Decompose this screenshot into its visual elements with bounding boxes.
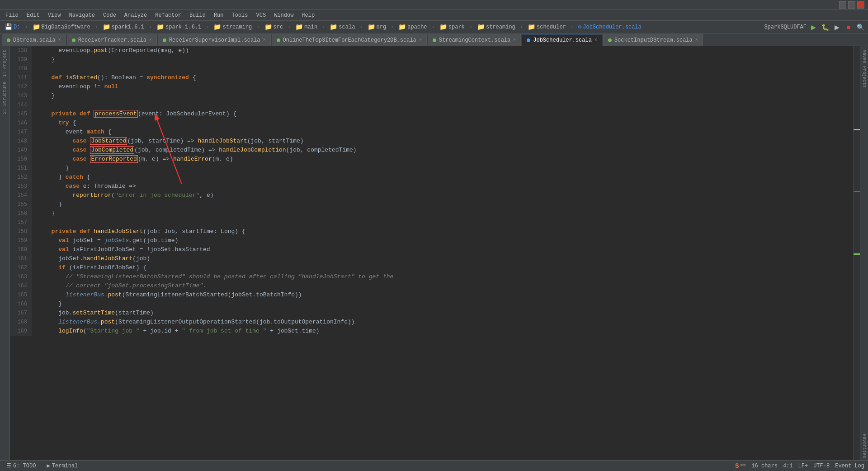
menu-item-help[interactable]: Help bbox=[298, 11, 318, 19]
todo-tab[interactable]: ☰ 6: TODO bbox=[4, 461, 38, 470]
menu-item-window[interactable]: Window bbox=[270, 11, 297, 19]
toolbar-file[interactable]: ⚙ JobScheduler.scala bbox=[576, 23, 643, 31]
line-content[interactable]: reportError("Error in job scheduler", e) bbox=[41, 191, 854, 200]
line-content[interactable]: eventLoop != null bbox=[41, 82, 854, 91]
line-content[interactable]: // "StreamingListenerBatchStarted" shoul… bbox=[41, 272, 854, 281]
toolbar-streaming2[interactable]: 📁 streaming bbox=[475, 22, 517, 32]
toolbar-spark[interactable]: 📁 spark bbox=[438, 22, 467, 32]
line-separator[interactable]: LF+ bbox=[798, 463, 808, 469]
line-content[interactable]: eventLoop.post(ErrorReported(msg, e)) bbox=[41, 46, 854, 55]
menu-item-refactor[interactable]: Refactor bbox=[151, 11, 185, 19]
line-content[interactable]: } catch { bbox=[41, 173, 854, 182]
line-content[interactable]: val jobSet = jobSets.get(job.time) bbox=[41, 236, 854, 245]
line-content[interactable]: private def handleJobStart(job: Job, sta… bbox=[41, 227, 854, 236]
line-content[interactable]: } bbox=[41, 209, 854, 218]
favorites-toggle[interactable]: Favorites bbox=[861, 432, 868, 460]
tab-close-button[interactable]: × bbox=[149, 38, 152, 43]
line-content[interactable]: listenerBus.post(StreamingListenerBatchS… bbox=[41, 290, 854, 300]
line-content[interactable]: } bbox=[41, 300, 854, 309]
line-content[interactable]: } bbox=[41, 164, 854, 173]
menu-item-build[interactable]: Build bbox=[186, 11, 209, 19]
table-row: 162 if (isFirstJobOfJobSet) { bbox=[10, 263, 854, 272]
code-token: jobSet. bbox=[44, 255, 83, 262]
menu-item-file[interactable]: File bbox=[2, 11, 22, 19]
line-content[interactable]: case e: Throwable => bbox=[41, 182, 854, 191]
terminal-tab[interactable]: ▶ Terminal bbox=[44, 461, 80, 470]
line-content[interactable]: event match { bbox=[41, 128, 854, 137]
maven-projects-toggle[interactable]: Maven Projects bbox=[861, 48, 868, 90]
line-content[interactable]: } bbox=[41, 200, 854, 209]
debug-button[interactable]: 🐛 bbox=[820, 22, 830, 32]
line-content[interactable]: case ErrorReported(m, e) => handleError(… bbox=[41, 155, 854, 164]
tab-close-button[interactable]: × bbox=[263, 38, 266, 43]
table-row: 159 val jobSet = jobSets.get(job.time) bbox=[10, 236, 854, 245]
file-tab-ReceiverTracker-scala[interactable]: ReceiverTracker.scala× bbox=[67, 34, 157, 46]
line-content[interactable]: // correct "jobSet.processingStartTime". bbox=[41, 281, 854, 290]
toolbar-spark-dash[interactable]: 📁 spark-1.6.1 bbox=[155, 22, 203, 32]
tab-close-button[interactable]: × bbox=[419, 38, 422, 43]
line-content[interactable]: job.setStartTime(startTime) bbox=[41, 309, 854, 318]
coverage-button[interactable]: ▶ bbox=[832, 22, 842, 32]
line-content[interactable]: case JobStarted(job, startTime) => handl… bbox=[41, 137, 854, 146]
toolbar-spark161[interactable]: 📁 spark1.6.1 bbox=[101, 22, 146, 32]
toolbar-apache[interactable]: 📁 apache bbox=[396, 22, 429, 32]
line-content[interactable]: case JobCompleted(job, completedTime) =>… bbox=[41, 146, 854, 155]
close-button[interactable] bbox=[857, 1, 864, 9]
line-number: 159 bbox=[10, 236, 32, 245]
tab-close-button[interactable]: × bbox=[58, 38, 61, 43]
line-content[interactable]: val isFirstJobOfJobSet = !jobSet.hasStar… bbox=[41, 245, 854, 254]
line-content[interactable]: private def processEvent(event: JobSched… bbox=[41, 109, 854, 119]
tab-close-button[interactable]: × bbox=[695, 38, 698, 43]
menu-item-navigate[interactable]: Navigate bbox=[65, 11, 99, 19]
toolbar-main[interactable]: 📁 main bbox=[293, 22, 319, 32]
line-content[interactable]: listenerBus.post(StreamingListenerOutput… bbox=[41, 318, 854, 327]
menu-item-vcs[interactable]: VCS bbox=[253, 11, 270, 19]
toolbar-drive[interactable]: 💾 D: bbox=[3, 22, 22, 32]
toolbar-bigdata[interactable]: 📁 BigDataSoftware bbox=[31, 22, 92, 32]
line-content[interactable]: if (isFirstJobOfJobSet) { bbox=[41, 263, 854, 272]
menu-item-view[interactable]: View bbox=[44, 11, 65, 19]
line-content[interactable]: try { bbox=[41, 119, 854, 128]
file-tab-SocketInputDStream-scala[interactable]: SocketInputDStream.scala× bbox=[603, 34, 703, 46]
tab-close-button[interactable]: × bbox=[513, 38, 516, 43]
table-row: 152 } catch { bbox=[10, 173, 854, 182]
line-content[interactable]: jobSet.handleJobStart(job) bbox=[41, 254, 854, 263]
line-content[interactable]: logInfo("Starting job " + job.id + " fro… bbox=[41, 327, 854, 336]
toolbar-scala[interactable]: 📁 scala bbox=[328, 22, 357, 32]
file-tab-JobScheduler-scala[interactable]: JobScheduler.scala× bbox=[522, 34, 602, 46]
structure-panel-toggle[interactable]: 2: Structure bbox=[1, 80, 8, 116]
menu-item-edit[interactable]: Edit bbox=[23, 11, 43, 19]
file-tab-StreamingContext-scala[interactable]: StreamingContext.scala× bbox=[428, 34, 521, 46]
file-tab-ReceiverSupervisorImpl-scala[interactable]: ReceiverSupervisorImpl.scala× bbox=[158, 34, 271, 46]
minimize-button[interactable] bbox=[839, 1, 846, 9]
toolbar-src[interactable]: 📁 src bbox=[263, 22, 285, 32]
line-content[interactable]: } bbox=[41, 55, 854, 64]
event-log[interactable]: Event Log bbox=[835, 463, 864, 469]
menu-item-code[interactable]: Code bbox=[99, 11, 120, 19]
toolbar-scheduler[interactable]: 📁 scheduler bbox=[526, 22, 568, 32]
run-button[interactable]: ▶ bbox=[808, 22, 818, 32]
file-tab-DStream-scala[interactable]: DStream.scala× bbox=[2, 34, 66, 46]
table-row: 138 eventLoop.post(ErrorReported(msg, e)… bbox=[10, 46, 854, 55]
search-button[interactable]: 🔍 bbox=[855, 22, 865, 32]
code-editor[interactable]: 138 eventLoop.post(ErrorReported(msg, e)… bbox=[10, 46, 854, 460]
menu-item-run[interactable]: Run bbox=[210, 11, 227, 19]
project-panel-toggle[interactable]: 1: Project bbox=[1, 48, 8, 79]
toolbar-org[interactable]: 📁 org bbox=[366, 22, 388, 32]
maximize-button[interactable] bbox=[848, 1, 855, 9]
line-content[interactable]: } bbox=[41, 91, 854, 100]
tab-indicator bbox=[433, 38, 436, 42]
stop-button[interactable]: ■ bbox=[844, 22, 854, 32]
toolbar-streaming[interactable]: 📁 streaming bbox=[212, 22, 254, 32]
menu-item-tools[interactable]: Tools bbox=[228, 11, 252, 19]
line-content[interactable]: def isStarted(): Boolean = synchronized … bbox=[41, 73, 854, 82]
scrollbar-gutter[interactable] bbox=[854, 46, 860, 460]
code-token: handleJobStart bbox=[198, 138, 247, 144]
tab-close-button[interactable]: × bbox=[594, 38, 597, 43]
code-token bbox=[44, 246, 58, 253]
code-token: } bbox=[44, 165, 69, 171]
menu-item-analyze[interactable]: Analyze bbox=[121, 11, 151, 19]
encoding[interactable]: UTF-8 bbox=[813, 463, 830, 469]
file-tab-OnlineTheTop3ItemForEachCategory2DB-scala[interactable]: OnlineTheTop3ItemForEachCategory2DB.scal… bbox=[272, 34, 427, 46]
code-token: null bbox=[104, 83, 118, 90]
